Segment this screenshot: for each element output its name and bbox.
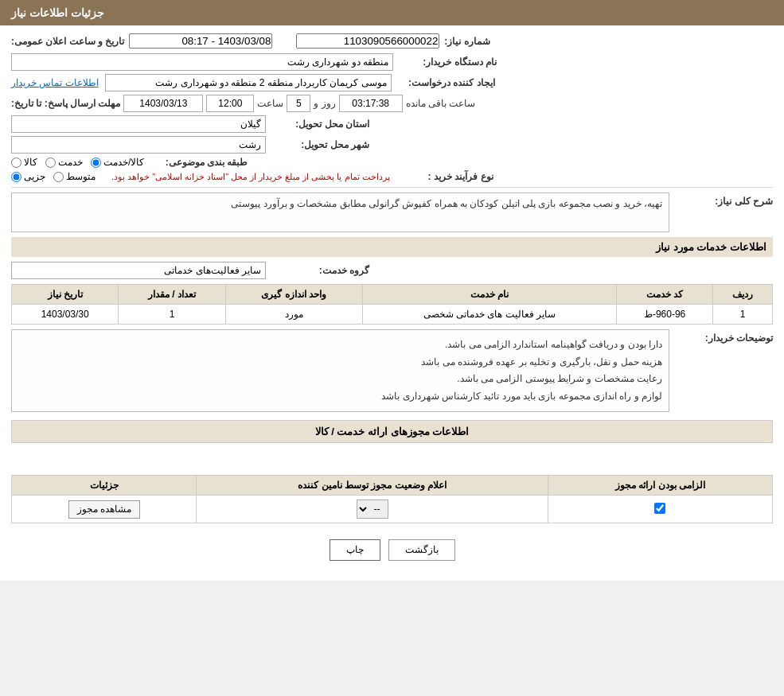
mojoz-table-body: --مشاهده مجوز [12, 496, 773, 523]
row-namdastgah: نام دستگاه خریدار: [11, 53, 773, 71]
shomara-label: شماره نیاز: [444, 36, 490, 47]
page-wrapper: جزئیات اطلاعات نیاز شماره نیاز: تاریخ و … [0, 0, 784, 581]
services-table-body: 1960-96-طسایر فعالیت های خدماتی شخصیمورد… [12, 305, 773, 325]
tabaghe-khidmat: خدمت [45, 157, 83, 168]
saat-label: ساعت [257, 98, 283, 109]
row-toz: توضیحات خریدار: دارا بودن و دریافت گواهی… [11, 329, 773, 412]
cell-radif: 1 [713, 305, 773, 325]
toz-line: رعایت مشخصات و شرایط پیوستی الزامی می با… [18, 371, 662, 388]
mohlat-date-input[interactable] [123, 95, 203, 112]
row-ijad: ایجاد کننده درخواست: اطلاعات تماس خریدار [11, 74, 773, 91]
tabaghe-khidmat-radio[interactable] [45, 157, 56, 168]
shomara-input[interactable] [296, 33, 439, 49]
ijad-input[interactable] [105, 74, 392, 91]
services-table-header-row: ردیف کد خدمت نام خدمت واحد اندازه گیری ت… [12, 285, 773, 305]
cell-kod: 960-96-ط [617, 305, 713, 325]
mojoz-status-dropdown[interactable]: -- [357, 500, 388, 519]
row-ostan: استان محل تحویل: [11, 115, 773, 133]
mojoz-elzami-checkbox[interactable] [654, 503, 665, 514]
toz-line: هزینه حمل و نقل، بارگیری و تخلیه بر عهده… [18, 354, 662, 371]
spacer [11, 443, 773, 475]
noufara-jozi: جزیی [11, 171, 45, 182]
baqi-value: ساعت باقی مانده [406, 98, 476, 109]
tabaghe-label: طبقه بندی موضوعی: [144, 157, 248, 168]
row-sharh: شرح کلی نیاز: تهیه، خرید و نصب مجموعه با… [11, 192, 773, 232]
shahr-input[interactable] [11, 136, 266, 154]
mojoz-table: الزامی بودن ارائه مجوز اعلام وضعیت مجوز … [11, 475, 773, 523]
col-nam: نام خدمت [362, 285, 617, 305]
mojoz-cell-elzami [548, 496, 772, 523]
cell-vahed: مورد [225, 305, 362, 325]
action-buttons: بازگشت چاپ [11, 531, 773, 573]
mojoz-view-button[interactable]: مشاهده مجوز [68, 500, 140, 519]
khadamat-header: اطلاعات خدمات مورد نیاز [11, 237, 773, 257]
col-radif: ردیف [713, 285, 773, 305]
row-tabaghe: طبقه بندی موضوعی: کالا/خدمت خدمت کالا [11, 157, 773, 168]
mojoz-cell-status: -- [197, 496, 548, 523]
toz-label: توضیحات خریدار: [669, 329, 773, 344]
tabaghe-kala: کالا [11, 157, 37, 168]
ostan-input[interactable] [11, 115, 266, 133]
cell-tarikh: 1403/03/30 [12, 305, 119, 325]
col-tedad: تعداد / مقدار [119, 285, 225, 305]
saat-input[interactable] [206, 95, 254, 112]
toz-line: دارا بودن و دریافت گواهینامه استاندارد ا… [18, 336, 662, 354]
sharh-label: شرح کلی نیاز: [669, 192, 773, 207]
roz-input[interactable] [287, 95, 310, 112]
shahr-label: شهر محل تحویل: [266, 139, 369, 150]
cell-tedad: 1 [119, 305, 225, 325]
row-grouh: گروه خدمت: [11, 262, 773, 279]
tarikh-label: تاریخ و ساعت اعلان عمومی: [11, 36, 124, 47]
services-table: ردیف کد خدمت نام خدمت واحد اندازه گیری ت… [11, 284, 773, 325]
row-shomara: شماره نیاز: تاریخ و ساعت اعلان عمومی: [11, 33, 773, 49]
namdastgah-label: نام دستگاه خریدار: [393, 56, 497, 68]
col-tarikh: تاریخ نیاز [12, 285, 119, 305]
print-button[interactable]: چاپ [330, 539, 380, 561]
col-kod: کد خدمت [617, 285, 713, 305]
noufara-motavaset: متوسط [53, 171, 96, 182]
ijad-link[interactable]: اطلاعات تماس خریدار [11, 77, 99, 88]
noufara-motavaset-radio[interactable] [53, 172, 64, 182]
ijad-label: ایجاد کننده درخواست: [392, 77, 495, 88]
mojoz-col-elzami: الزامی بودن ارائه مجوز [548, 476, 772, 496]
tabaghe-kala-radio[interactable] [11, 157, 21, 168]
mojoz-col-joziat: جزئیات [12, 476, 197, 496]
noufara-jozi-label: جزیی [24, 171, 45, 182]
table-row: 1960-96-طسایر فعالیت های خدماتی شخصیمورد… [12, 305, 773, 325]
page-header: جزئیات اطلاعات نیاز [0, 0, 784, 25]
main-content: شماره نیاز: تاریخ و ساعت اعلان عمومی: نا… [0, 25, 784, 581]
tabaghe-kala-khidmat-radio[interactable] [91, 157, 101, 168]
col-vahed: واحد اندازه گیری [225, 285, 362, 305]
grouh-label: گروه خدمت: [266, 265, 369, 276]
roz-label: روز و [314, 98, 335, 109]
row-noufara: نوع فرآیند خرید : پرداخت تمام یا بخشی از… [11, 171, 773, 182]
tabaghe-khidmat-label: خدمت [58, 157, 83, 168]
back-button[interactable]: بازگشت [388, 539, 455, 561]
noufara-motavaset-label: متوسط [66, 171, 96, 182]
noufara-radio-group: پرداخت تمام یا بخشی از مبلغ خریدار از مح… [11, 171, 390, 182]
grouh-input[interactable] [11, 262, 266, 279]
toz-box: دارا بودن و دریافت گواهینامه استاندارد ا… [11, 329, 669, 412]
mojoz-table-head: الزامی بودن ارائه مجوز اعلام وضعیت مجوز … [12, 476, 773, 496]
sharh-box: تهیه، خرید و نصب مجموعه بازی پلی اتیلن ک… [11, 192, 669, 232]
noufara-label: نوع فرآیند خرید : [390, 171, 493, 182]
mojoz-header-row: الزامی بودن ارائه مجوز اعلام وضعیت مجوز … [12, 476, 773, 496]
tabaghe-kala-khidmat-label: کالا/خدمت [103, 157, 144, 168]
noufara-jozi-radio[interactable] [11, 172, 21, 182]
tabaghe-kala-khidmat: کالا/خدمت [91, 157, 144, 168]
services-table-head: ردیف کد خدمت نام خدمت واحد اندازه گیری ت… [12, 285, 773, 305]
baqi-input[interactable] [339, 95, 403, 112]
mojoz-header: اطلاعات مجوزهای ارائه خدمت / کالا [11, 420, 773, 443]
tabaghe-radio-group: کالا/خدمت خدمت کالا [11, 157, 144, 168]
cell-nam: سایر فعالیت های خدماتی شخصی [362, 305, 617, 325]
tarikh-input[interactable] [129, 33, 272, 49]
mojoz-col-status: اعلام وضعیت مجوز توسط نامین کننده [197, 476, 548, 496]
mohlat-label: مهلت ارسال پاسخ: تا تاریخ: [11, 98, 120, 109]
namdastgah-input[interactable] [11, 53, 393, 71]
row-mohlat: ساعت باقی مانده روز و ساعت مهلت ارسال پا… [11, 95, 773, 112]
tabaghe-kala-label: کالا [24, 157, 37, 168]
noufara-note: پرداخت تمام یا بخشی از مبلغ خریدار از مح… [111, 172, 390, 182]
mojoz-row: --مشاهده مجوز [12, 496, 773, 523]
ostan-label: استان محل تحویل: [266, 119, 369, 130]
row-shahr: شهر محل تحویل: [11, 136, 773, 154]
